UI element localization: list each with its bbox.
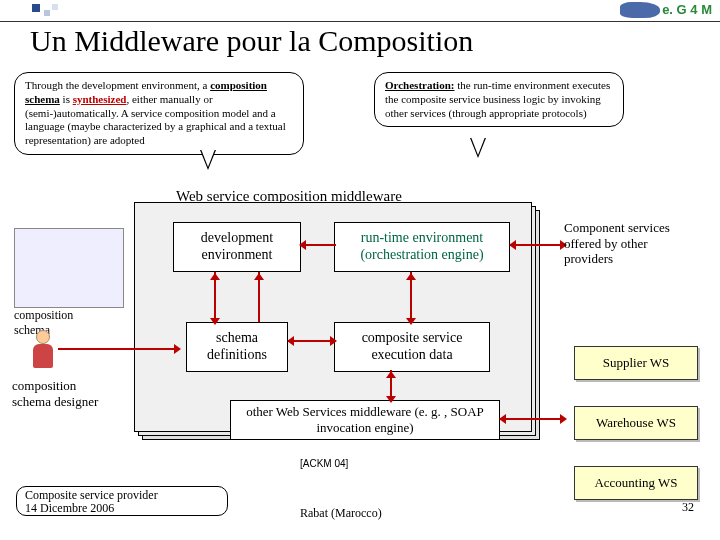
map-icon (620, 2, 660, 18)
page-number: 32 (682, 500, 694, 515)
slide-title: Un Middleware pour la Composition (30, 24, 473, 58)
callout-tail (470, 138, 486, 158)
arrow (288, 340, 334, 342)
ws-accounting: Accounting WS (574, 466, 698, 500)
header-rule (0, 2, 720, 22)
citation: [ACKM 04] (300, 458, 348, 469)
accent-square (52, 4, 58, 10)
ws-supplier: Supplier WS (574, 346, 698, 380)
box-other-middleware: other Web Services middleware (e. g. , S… (230, 400, 500, 440)
designer-label: composition schema designer (12, 378, 112, 409)
logo: e. G 4 M (662, 2, 712, 17)
provider-callout: Composite service provider 14 Dicembre 2… (16, 486, 228, 516)
callout-tail (200, 150, 216, 170)
accent-square (32, 4, 40, 12)
box-schema-definitions: schema definitions (186, 322, 288, 372)
box-development-env: development environment (173, 222, 301, 272)
ws-warehouse: Warehouse WS (574, 406, 698, 440)
box-runtime-env: run-time environment (orchestration engi… (334, 222, 510, 272)
arrow (58, 348, 178, 350)
footer-date: 14 Dicembre 2006 (25, 501, 114, 515)
arrow (500, 418, 564, 420)
arrow (510, 244, 564, 246)
provider-label: Composite service provider (25, 488, 158, 502)
side-text-components: Component services offered by other prov… (564, 220, 694, 267)
composition-schema-thumbnail (14, 228, 124, 308)
footer-center: Rabat (Marocco) (300, 506, 382, 521)
accent-square (44, 10, 50, 16)
callout-orchestration: Orchestration: the run-time environment … (374, 72, 624, 127)
designer-icon (28, 330, 58, 374)
callout-synthesis: Through the development environment, a c… (14, 72, 304, 155)
